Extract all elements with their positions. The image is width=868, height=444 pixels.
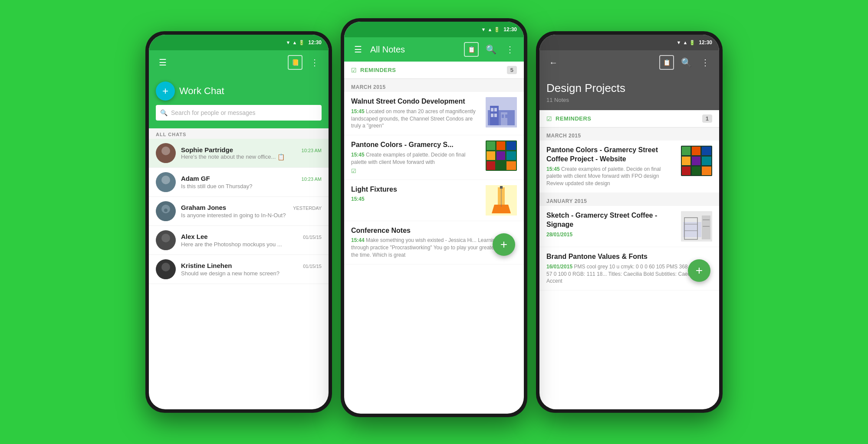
dp-title: Design Projects bbox=[546, 82, 712, 95]
chat-item-sophie[interactable]: Sophie Partridge 10:23 AM Here's the not… bbox=[149, 139, 329, 168]
note-preview-brand-pantone: 16/01/2015 PMS cool grey 10 u cmyk: 0 0 … bbox=[546, 263, 712, 285]
signal-icon-1: ▼ bbox=[286, 40, 291, 45]
svg-point-5 bbox=[159, 213, 173, 221]
status-icons-3: ▼ ▲ 🔋 12:30 bbox=[677, 39, 712, 46]
search-icon-2[interactable]: 🔍 bbox=[484, 42, 498, 56]
svg-point-2 bbox=[161, 176, 170, 184]
notebook-icon-3[interactable]: 📋 bbox=[659, 55, 674, 70]
chat-msg-adam: Is this still due on Thursday? bbox=[181, 183, 253, 189]
chat-item-alex[interactable]: Alex Lee 01/15/15 Here are the Photoshop… bbox=[149, 226, 329, 255]
note-pantone[interactable]: Pantone Colors - Gramercy S... 15:45 Cre… bbox=[344, 135, 524, 179]
note-title-sketch: Sketch - Gramercy Street Coffee - Signag… bbox=[546, 211, 677, 229]
chat-msg-kristine: Should we design a new home screen? bbox=[181, 270, 279, 277]
menu-icon-1[interactable]: ☰ bbox=[156, 56, 170, 69]
svg-rect-16 bbox=[494, 108, 497, 111]
phone-3-design-projects: ▼ ▲ 🔋 12:30 ← 📋 🔍 ⋮ Design Projects 11 N… bbox=[536, 31, 723, 413]
toolbar-3: ← 📋 🔍 ⋮ bbox=[539, 50, 719, 75]
svg-point-6 bbox=[164, 209, 168, 212]
menu-icon-2[interactable]: ☰ bbox=[351, 42, 365, 56]
note-text-sketch: Sketch - Gramercy Street Coffee - Signag… bbox=[546, 211, 677, 238]
svg-rect-28 bbox=[487, 161, 495, 170]
note-thumb-walnut bbox=[486, 97, 517, 127]
wifi-icon-3: ▲ bbox=[683, 40, 687, 45]
reminder-checkbox-icon-3: ☑ bbox=[546, 115, 552, 122]
all-chats-label: ALL CHATS bbox=[149, 128, 329, 139]
svg-rect-25 bbox=[487, 151, 495, 160]
chat-name-kristine: Kristine Linehen bbox=[181, 262, 232, 269]
toolbar-2: ☰ All Notes 📋 🔍 ⋮ bbox=[344, 37, 524, 62]
phones-container: ▼ ▲ 🔋 12:30 ☰ 📒 ⋮ + Work Chat bbox=[0, 0, 868, 444]
note-preview-conference: 15:44 Make something you wish existed - … bbox=[351, 237, 517, 258]
wifi-icon-1: ▲ bbox=[292, 40, 297, 45]
notebook-icon-1[interactable]: 📒 bbox=[288, 55, 302, 70]
svg-rect-18 bbox=[494, 114, 497, 117]
note-preview-fixtures: 15:45 bbox=[351, 196, 481, 203]
svg-rect-37 bbox=[682, 147, 690, 155]
note-title-walnut: Walnut Street Condo Development bbox=[351, 97, 481, 106]
more-icon-1[interactable]: ⋮ bbox=[308, 56, 322, 69]
note-preview-walnut: 15:45 Located on more than 20 acres of m… bbox=[351, 108, 481, 130]
search-icon-3[interactable]: 🔍 bbox=[679, 56, 693, 69]
note-text-pantone-dp: Pantone Colors - Gramercy Street Coffee … bbox=[546, 146, 677, 187]
svg-rect-30 bbox=[506, 161, 516, 170]
note-title-fixtures: Light Fixtures bbox=[351, 185, 481, 194]
toolbar-1: ☰ 📒 ⋮ bbox=[149, 50, 329, 75]
dp-header: Design Projects 11 Notes bbox=[539, 75, 719, 110]
chat-info-sophie: Sophie Partridge 10:23 AM Here's the not… bbox=[181, 146, 322, 160]
svg-rect-43 bbox=[682, 166, 690, 175]
note-preview-pantone: 15:45 Create examples of palette. Decide… bbox=[351, 151, 481, 166]
notebook-icon-2[interactable]: 📋 bbox=[464, 42, 479, 57]
reminders-label-3: REMINDERS bbox=[556, 115, 702, 122]
note-preview-sketch: 28/01/2015 bbox=[546, 231, 677, 238]
svg-rect-20 bbox=[505, 114, 507, 118]
note-text-conference: Conference Notes 15:44 Make something yo… bbox=[351, 226, 517, 259]
svg-rect-39 bbox=[702, 147, 711, 155]
chat-info-alex: Alex Lee 01/15/15 Here are the Photoshop… bbox=[181, 233, 322, 248]
svg-point-0 bbox=[161, 147, 170, 155]
status-time-3: 12:30 bbox=[699, 39, 712, 46]
note-text-pantone: Pantone Colors - Gramercy S... 15:45 Cre… bbox=[351, 140, 481, 174]
wifi-icon-2: ▲ bbox=[487, 27, 492, 32]
more-icon-2[interactable]: ⋮ bbox=[503, 42, 517, 56]
note-thumb-pantone bbox=[486, 140, 517, 171]
chat-time-kristine: 01/15/15 bbox=[303, 264, 322, 269]
reminders-label-2: REMINDERS bbox=[360, 67, 507, 73]
chat-item-kristine[interactable]: Kristine Linehen 01/15/15 Should we desi… bbox=[149, 255, 329, 284]
back-icon-3[interactable]: ← bbox=[546, 56, 560, 69]
chat-item-graham[interactable]: Graham Jones YESTERDAY Is anyone interes… bbox=[149, 197, 329, 226]
chat-header: + Work Chat 🔍 Search for people or messa… bbox=[149, 75, 329, 128]
chat-time-graham: YESTERDAY bbox=[293, 206, 322, 211]
chat-search-bar[interactable]: 🔍 Search for people or messages bbox=[156, 105, 322, 121]
chat-info-adam: Adam GF 10:23 AM Is this still due on Th… bbox=[181, 175, 322, 190]
note-text-brand-pantone: Brand Pantone Values & Fonts 16/01/2015 … bbox=[546, 252, 712, 285]
note-sketch[interactable]: Sketch - Gramercy Street Coffee - Signag… bbox=[539, 206, 719, 247]
svg-rect-26 bbox=[496, 151, 505, 160]
more-icon-3[interactable]: ⋮ bbox=[698, 56, 712, 69]
reminders-bar-3[interactable]: ☑ REMINDERS 1 bbox=[539, 110, 719, 127]
svg-rect-14 bbox=[501, 112, 507, 125]
add-chat-fab[interactable]: + bbox=[156, 82, 175, 101]
note-pantone-dp[interactable]: Pantone Colors - Gramercy Street Coffee … bbox=[539, 140, 719, 193]
note-preview-pantone-dp: 15:45 Create examples of palette. Decide… bbox=[546, 166, 677, 187]
note-title-pantone-dp: Pantone Colors - Gramercy Street Coffee … bbox=[546, 146, 677, 164]
add-note-fab-3[interactable]: + bbox=[688, 259, 710, 282]
note-fixtures[interactable]: Light Fixtures 15:45 bbox=[344, 180, 524, 221]
reminders-bar-2[interactable]: ☑ REMINDERS 5 bbox=[344, 62, 524, 79]
add-note-fab-2[interactable]: + bbox=[493, 233, 515, 256]
chat-name-graham: Graham Jones bbox=[181, 204, 226, 211]
phone-2-all-notes: ▼ ▲ 🔋 12:30 ☰ All Notes 📋 🔍 ⋮ ☑ REMIND bbox=[341, 18, 527, 417]
chat-list: Sophie Partridge 10:23 AM Here's the not… bbox=[149, 139, 329, 284]
battery-icon-1: 🔋 bbox=[299, 40, 305, 46]
svg-rect-23 bbox=[496, 141, 505, 150]
note-walnut[interactable]: Walnut Street Condo Development 15:45 Lo… bbox=[344, 92, 524, 135]
chat-item-adam[interactable]: Adam GF 10:23 AM Is this still due on Th… bbox=[149, 168, 329, 197]
status-bar-2: ▼ ▲ 🔋 12:30 bbox=[344, 22, 524, 37]
notes-content: ☑ REMINDERS 5 MARCH 2015 Walnut Street C… bbox=[344, 62, 524, 264]
note-thumb-sketch bbox=[681, 211, 712, 242]
avatar-sophie bbox=[156, 143, 176, 163]
svg-rect-42 bbox=[702, 157, 711, 165]
month-label-march: MARCH 2015 bbox=[344, 79, 524, 92]
avatar-adam bbox=[156, 172, 176, 192]
battery-icon-2: 🔋 bbox=[494, 27, 500, 33]
svg-rect-19 bbox=[502, 114, 504, 118]
